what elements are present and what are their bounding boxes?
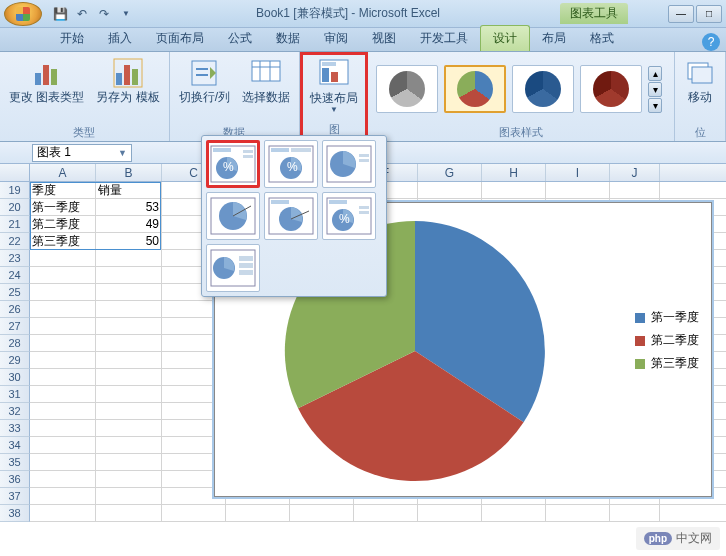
layout-option-5[interactable] bbox=[264, 192, 318, 240]
cell[interactable]: 季度 bbox=[30, 182, 96, 198]
cell[interactable]: 销量 bbox=[96, 182, 162, 198]
row-header[interactable]: 26 bbox=[0, 301, 30, 318]
name-box-dropdown-icon[interactable]: ▼ bbox=[118, 148, 127, 158]
row-header[interactable]: 38 bbox=[0, 505, 30, 522]
save-as-template-button[interactable]: 另存为 模板 bbox=[91, 54, 164, 107]
row-header[interactable]: 28 bbox=[0, 335, 30, 352]
tab-design[interactable]: 设计 bbox=[480, 25, 530, 51]
cell[interactable] bbox=[610, 182, 660, 198]
legend-item-q1[interactable]: 第一季度 bbox=[635, 309, 699, 326]
select-all-corner[interactable] bbox=[0, 164, 30, 181]
tab-review[interactable]: 审阅 bbox=[312, 26, 360, 51]
row-header[interactable]: 24 bbox=[0, 267, 30, 284]
row-header[interactable]: 32 bbox=[0, 403, 30, 420]
chart-style-4[interactable] bbox=[580, 65, 642, 113]
cell[interactable] bbox=[226, 505, 290, 521]
minimize-button[interactable]: — bbox=[668, 5, 694, 23]
cell[interactable] bbox=[96, 369, 162, 385]
row-header[interactable]: 27 bbox=[0, 318, 30, 335]
row-header[interactable]: 36 bbox=[0, 471, 30, 488]
cell[interactable]: 50 bbox=[96, 233, 162, 249]
office-button[interactable] bbox=[4, 2, 42, 26]
qat-dropdown-icon[interactable]: ▼ bbox=[116, 4, 136, 24]
undo-icon[interactable]: ↶ bbox=[72, 4, 92, 24]
cell[interactable] bbox=[96, 352, 162, 368]
cell[interactable] bbox=[30, 386, 96, 402]
tab-pagelayout[interactable]: 页面布局 bbox=[144, 26, 216, 51]
chart-legend[interactable]: 第一季度 第二季度 第三季度 bbox=[635, 303, 699, 378]
cell[interactable]: 53 bbox=[96, 199, 162, 215]
cell[interactable] bbox=[30, 318, 96, 334]
cell[interactable] bbox=[30, 488, 96, 504]
cell[interactable] bbox=[30, 471, 96, 487]
change-chart-type-button[interactable]: 更改 图表类型 bbox=[4, 54, 89, 107]
col-header-J[interactable]: J bbox=[610, 164, 660, 181]
layout-option-4[interactable] bbox=[206, 192, 260, 240]
switch-row-column-button[interactable]: 切换行/列 bbox=[174, 54, 235, 107]
chart-style-2[interactable] bbox=[444, 65, 506, 113]
cell[interactable] bbox=[354, 505, 418, 521]
tab-format[interactable]: 格式 bbox=[578, 26, 626, 51]
cell[interactable]: 第三季度 bbox=[30, 233, 96, 249]
row-header[interactable]: 31 bbox=[0, 386, 30, 403]
cell[interactable] bbox=[96, 454, 162, 470]
cell[interactable] bbox=[30, 454, 96, 470]
legend-item-q2[interactable]: 第二季度 bbox=[635, 332, 699, 349]
cell[interactable] bbox=[96, 267, 162, 283]
cell[interactable] bbox=[96, 488, 162, 504]
chart-style-3[interactable] bbox=[512, 65, 574, 113]
chart-style-1[interactable] bbox=[376, 65, 438, 113]
move-chart-button[interactable]: 移动 bbox=[679, 54, 721, 107]
col-header-I[interactable]: I bbox=[546, 164, 610, 181]
cell[interactable] bbox=[96, 505, 162, 521]
cell[interactable] bbox=[30, 250, 96, 266]
row-header[interactable]: 22 bbox=[0, 233, 30, 250]
cell[interactable] bbox=[30, 437, 96, 453]
cell[interactable] bbox=[96, 301, 162, 317]
cell[interactable] bbox=[418, 505, 482, 521]
cell[interactable] bbox=[30, 403, 96, 419]
cell[interactable] bbox=[96, 386, 162, 402]
tab-formulas[interactable]: 公式 bbox=[216, 26, 264, 51]
cell[interactable] bbox=[482, 182, 546, 198]
cell[interactable] bbox=[30, 420, 96, 436]
layout-option-6[interactable]: % bbox=[322, 192, 376, 240]
row-header[interactable]: 35 bbox=[0, 454, 30, 471]
row-header[interactable]: 33 bbox=[0, 420, 30, 437]
tab-view[interactable]: 视图 bbox=[360, 26, 408, 51]
tab-data[interactable]: 数据 bbox=[264, 26, 312, 51]
cell[interactable] bbox=[610, 505, 660, 521]
layout-option-7[interactable] bbox=[206, 244, 260, 292]
gallery-scroll-up-icon[interactable]: ▴ bbox=[648, 66, 662, 81]
cell[interactable] bbox=[162, 505, 226, 521]
cell[interactable] bbox=[30, 352, 96, 368]
cell[interactable] bbox=[546, 505, 610, 521]
legend-item-q3[interactable]: 第三季度 bbox=[635, 355, 699, 372]
layout-option-1[interactable]: % bbox=[206, 140, 260, 188]
gallery-scroll-down-icon[interactable]: ▾ bbox=[648, 82, 662, 97]
col-header-A[interactable]: A bbox=[30, 164, 96, 181]
row-header[interactable]: 25 bbox=[0, 284, 30, 301]
cell[interactable] bbox=[96, 250, 162, 266]
cell[interactable]: 第二季度 bbox=[30, 216, 96, 232]
tab-layout[interactable]: 布局 bbox=[530, 26, 578, 51]
help-icon[interactable]: ? bbox=[702, 33, 720, 51]
tab-insert[interactable]: 插入 bbox=[96, 26, 144, 51]
cell[interactable] bbox=[96, 403, 162, 419]
layout-option-3[interactable] bbox=[322, 140, 376, 188]
quick-layout-button[interactable]: 快速布局 ▼ bbox=[305, 55, 363, 117]
cell[interactable] bbox=[30, 267, 96, 283]
cell[interactable] bbox=[96, 437, 162, 453]
cell[interactable] bbox=[96, 335, 162, 351]
row-header[interactable]: 21 bbox=[0, 216, 30, 233]
cell[interactable] bbox=[96, 318, 162, 334]
select-data-button[interactable]: 选择数据 bbox=[237, 54, 295, 107]
tab-developer[interactable]: 开发工具 bbox=[408, 26, 480, 51]
row-header[interactable]: 37 bbox=[0, 488, 30, 505]
cell[interactable] bbox=[96, 471, 162, 487]
table-row[interactable] bbox=[30, 505, 726, 522]
cell[interactable] bbox=[30, 335, 96, 351]
save-icon[interactable]: 💾 bbox=[50, 4, 70, 24]
layout-option-2[interactable]: % bbox=[264, 140, 318, 188]
tab-home[interactable]: 开始 bbox=[48, 26, 96, 51]
